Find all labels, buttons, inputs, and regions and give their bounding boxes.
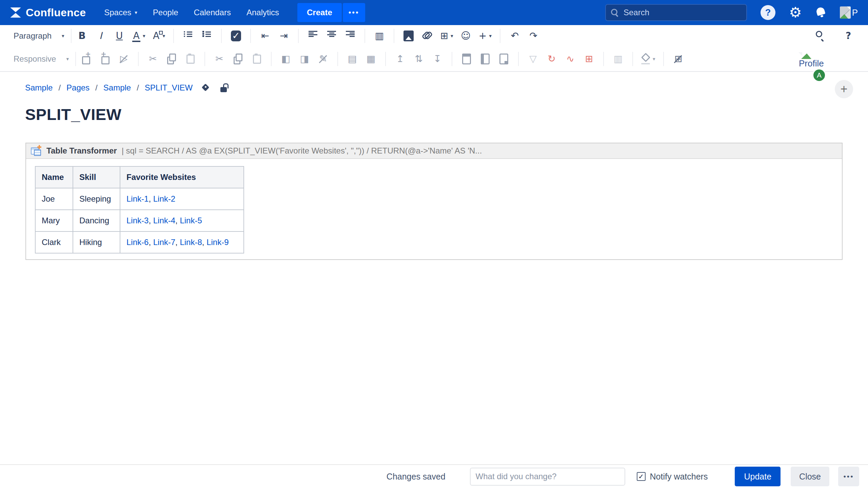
website-link[interactable]: Link-1 <box>126 194 149 203</box>
help-button[interactable]: ? <box>761 5 775 20</box>
table-transformer-icon[interactable]: ↻ <box>544 51 559 67</box>
update-button[interactable]: Update <box>735 467 781 486</box>
insert-link-icon[interactable] <box>420 28 435 44</box>
redo-icon: ↷ <box>529 30 538 41</box>
copy-row-icon[interactable] <box>164 51 179 67</box>
page-layout-icon[interactable]: ▥ <box>372 28 387 44</box>
redo-icon[interactable]: ↷ <box>526 28 541 44</box>
footer-cell-icon[interactable] <box>496 51 511 67</box>
breadcrumb-link-pages[interactable]: Pages <box>66 83 90 93</box>
add-page-button[interactable]: + <box>835 80 853 98</box>
editor-help-icon[interactable]: ? <box>841 28 856 44</box>
insert-image-icon[interactable] <box>401 28 416 44</box>
outdent-icon[interactable]: ⇤ <box>258 28 273 44</box>
labels-tag-icon[interactable] <box>202 84 210 92</box>
insert-column-left-icon[interactable]: ◧ <box>278 51 293 67</box>
undo-icon[interactable]: ↶ <box>507 28 522 44</box>
more-formatting-icon[interactable]: A▾ <box>151 28 167 44</box>
footer-more-button[interactable]: ••• <box>838 467 859 486</box>
website-link[interactable]: Link-9 <box>206 238 229 247</box>
cell-color-icon[interactable]: ▾ <box>640 51 657 67</box>
bold-icon[interactable]: B <box>75 28 90 44</box>
website-link[interactable]: Link-6 <box>126 238 149 247</box>
remove-table-icon: ⊞ <box>674 54 683 64</box>
paragraph-style-dropdown[interactable]: Paragraph ▾ <box>10 31 68 41</box>
bullet-list-icon[interactable] <box>181 28 196 44</box>
confluence-logo[interactable]: Confluence <box>10 6 86 19</box>
underline-icon[interactable]: U <box>112 28 127 44</box>
nav-item-analytics[interactable]: Analytics <box>246 8 279 17</box>
text-color-icon: A <box>132 30 141 41</box>
insert-more-icon[interactable]: +▾ <box>477 28 493 44</box>
nav-item-calendars[interactable]: Calendars <box>194 8 231 17</box>
website-link[interactable]: Link-7 <box>153 238 175 247</box>
editor-profile-widget[interactable]: Profile A <box>799 52 833 69</box>
breadcrumb-link-parent[interactable]: Sample <box>103 83 131 93</box>
secondary-toolbar-icons: ▷✂✂◧◨✎▤▦↥⇅↧▽↻∿⊞▥▾⊞ <box>79 51 686 67</box>
website-link[interactable]: Link-2 <box>153 194 175 203</box>
paste-row-icon <box>186 54 195 64</box>
nav-item-people[interactable]: People <box>153 8 178 17</box>
cut-icon[interactable]: ✂ <box>212 51 227 67</box>
remove-table-icon[interactable]: ⊞ <box>671 51 686 67</box>
page-title[interactable]: SPLIT_VIEW <box>25 105 121 124</box>
editor-search-icon[interactable] <box>812 28 827 44</box>
insert-column-icon[interactable] <box>98 51 113 67</box>
cell-skill: Sleeping <box>73 188 120 210</box>
table-mode-dropdown[interactable]: Responsive ▾ <box>10 54 72 64</box>
paste-icon[interactable] <box>249 51 264 67</box>
split-cells-icon[interactable]: ▦ <box>363 51 378 67</box>
settings-gear-icon[interactable]: ⚙ <box>789 5 802 20</box>
chevron-down-icon: ▾ <box>653 56 655 62</box>
align-center-icon[interactable] <box>324 28 339 44</box>
align-cell-middle-icon[interactable]: ⇅ <box>411 51 426 67</box>
align-left-icon[interactable] <box>305 28 320 44</box>
cut-row-icon[interactable]: ✂ <box>145 51 160 67</box>
align-cell-bottom-icon[interactable]: ↧ <box>430 51 445 67</box>
paste-row-icon[interactable] <box>183 51 198 67</box>
global-search[interactable] <box>605 4 747 21</box>
website-link[interactable]: Link-3 <box>126 216 149 225</box>
text-color-icon[interactable]: A▾ <box>131 28 147 44</box>
table-transformer-macro-panel[interactable]: Table Transformer | sql = SEARCH / AS @a… <box>25 143 843 260</box>
breadcrumb-link-space[interactable]: Sample <box>25 83 53 93</box>
insert-table-icon[interactable]: ⊞▾ <box>438 28 455 44</box>
search-input[interactable] <box>624 8 742 17</box>
align-right-icon[interactable] <box>343 28 358 44</box>
website-link[interactable]: Link-4 <box>153 216 175 225</box>
unlock-restrictions-icon[interactable] <box>220 83 229 92</box>
header-row-icon <box>462 54 471 64</box>
profile-avatar[interactable]: P <box>840 6 858 19</box>
italic-icon[interactable]: I <box>93 28 108 44</box>
header-row-icon[interactable] <box>459 51 474 67</box>
insert-row-icon[interactable] <box>79 51 94 67</box>
breadcrumb-link-current[interactable]: SPLIT_VIEW <box>145 83 193 93</box>
emoji-icon[interactable]: ☺ <box>458 28 473 44</box>
merge-cells-icon[interactable]: ▤ <box>345 51 360 67</box>
add-table-macro-icon[interactable]: ⊞ <box>581 51 596 67</box>
pivot-table-icon[interactable]: ▥ <box>611 51 626 67</box>
website-link[interactable]: Link-5 <box>180 216 202 225</box>
numbered-list-icon[interactable] <box>199 28 214 44</box>
header-column-icon[interactable] <box>478 51 493 67</box>
nav-item-spaces[interactable]: Spaces ▾ <box>104 8 137 17</box>
table-filter-icon[interactable]: ▽ <box>526 51 540 67</box>
delete-cells-icon[interactable]: ✎ <box>316 51 331 67</box>
no-wrap-icon[interactable]: ▷ <box>116 51 131 67</box>
version-comment-input[interactable] <box>470 468 625 486</box>
chart-from-table-icon[interactable]: ∿ <box>563 51 578 67</box>
nav-more-button[interactable]: ••• <box>343 3 365 22</box>
indent-icon[interactable]: ⇥ <box>276 28 291 44</box>
close-button[interactable]: Close <box>791 467 829 486</box>
notifications-bell-icon[interactable] <box>815 7 826 18</box>
italic-icon: I <box>96 30 105 41</box>
notify-watchers-checkbox[interactable] <box>637 472 646 481</box>
column-header-name: Name <box>35 166 73 188</box>
task-list-icon[interactable]: ✓ <box>229 28 243 44</box>
insert-column-right-icon[interactable]: ◨ <box>297 51 312 67</box>
macro-header[interactable]: Table Transformer | sql = SEARCH / AS @a… <box>26 143 842 159</box>
website-link[interactable]: Link-8 <box>180 238 202 247</box>
align-cell-top-icon[interactable]: ↥ <box>393 51 408 67</box>
create-button[interactable]: Create <box>297 3 342 22</box>
copy-icon[interactable] <box>231 51 245 67</box>
